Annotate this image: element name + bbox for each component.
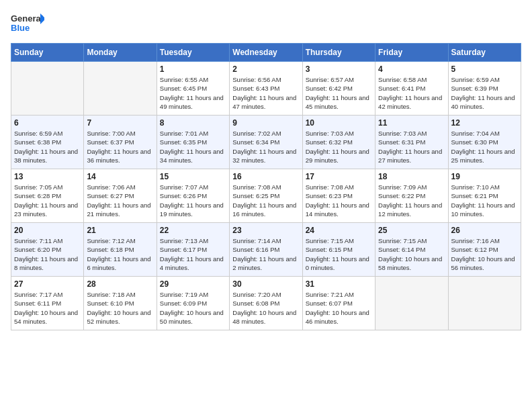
calendar-cell: 11Sunrise: 7:03 AM Sunset: 6:31 PM Dayli… xyxy=(375,116,448,169)
day-number: 28 xyxy=(87,279,153,289)
day-number: 1 xyxy=(160,64,226,74)
calendar-cell xyxy=(11,62,84,116)
day-number: 23 xyxy=(232,226,299,235)
day-number: 29 xyxy=(160,279,226,289)
day-info: Sunrise: 6:58 AM Sunset: 6:41 PM Dayligh… xyxy=(378,75,445,111)
day-info: Sunrise: 7:13 AM Sunset: 6:17 PM Dayligh… xyxy=(160,236,226,272)
calendar-cell: 22Sunrise: 7:13 AM Sunset: 6:17 PM Dayli… xyxy=(157,223,229,277)
svg-text:Blue: Blue xyxy=(11,23,30,33)
calendar-cell: 7Sunrise: 7:00 AM Sunset: 6:37 PM Daylig… xyxy=(84,116,157,169)
calendar-week-4: 20Sunrise: 7:11 AM Sunset: 6:20 PM Dayli… xyxy=(11,223,521,277)
day-info: Sunrise: 7:12 AM Sunset: 6:18 PM Dayligh… xyxy=(87,236,153,272)
day-number: 26 xyxy=(451,226,518,235)
day-info: Sunrise: 7:18 AM Sunset: 6:10 PM Dayligh… xyxy=(87,290,153,326)
day-info: Sunrise: 7:03 AM Sunset: 6:31 PM Dayligh… xyxy=(378,129,445,165)
day-info: Sunrise: 7:08 AM Sunset: 6:23 PM Dayligh… xyxy=(306,183,372,218)
day-info: Sunrise: 7:07 AM Sunset: 6:26 PM Dayligh… xyxy=(160,183,226,218)
logo-svg: General Blue xyxy=(11,11,44,38)
day-number: 13 xyxy=(14,172,81,181)
calendar-cell: 21Sunrise: 7:12 AM Sunset: 6:18 PM Dayli… xyxy=(84,223,157,277)
calendar-cell: 27Sunrise: 7:17 AM Sunset: 6:11 PM Dayli… xyxy=(11,277,84,330)
weekday-header-tuesday: Tuesday xyxy=(157,44,229,62)
calendar-cell: 12Sunrise: 7:04 AM Sunset: 6:30 PM Dayli… xyxy=(448,116,521,169)
svg-text:General: General xyxy=(11,13,43,24)
day-number: 31 xyxy=(306,279,372,289)
calendar-cell: 5Sunrise: 6:59 AM Sunset: 6:39 PM Daylig… xyxy=(448,62,521,116)
day-number: 10 xyxy=(306,118,372,128)
calendar-cell: 19Sunrise: 7:10 AM Sunset: 6:21 PM Dayli… xyxy=(448,169,521,223)
day-number: 8 xyxy=(160,118,226,128)
calendar-cell: 25Sunrise: 7:15 AM Sunset: 6:14 PM Dayli… xyxy=(375,223,448,277)
day-number: 4 xyxy=(378,64,445,74)
day-info: Sunrise: 7:03 AM Sunset: 6:32 PM Dayligh… xyxy=(306,129,372,165)
day-info: Sunrise: 7:09 AM Sunset: 6:22 PM Dayligh… xyxy=(378,183,445,218)
day-info: Sunrise: 7:15 AM Sunset: 6:14 PM Dayligh… xyxy=(378,236,445,272)
calendar-cell: 13Sunrise: 7:05 AM Sunset: 6:28 PM Dayli… xyxy=(11,169,84,223)
calendar-cell: 30Sunrise: 7:20 AM Sunset: 6:08 PM Dayli… xyxy=(230,277,302,330)
calendar-week-2: 6Sunrise: 6:59 AM Sunset: 6:38 PM Daylig… xyxy=(11,116,521,169)
day-info: Sunrise: 7:16 AM Sunset: 6:12 PM Dayligh… xyxy=(451,236,518,272)
day-info: Sunrise: 7:14 AM Sunset: 6:16 PM Dayligh… xyxy=(232,236,299,272)
day-info: Sunrise: 7:08 AM Sunset: 6:25 PM Dayligh… xyxy=(232,183,299,218)
calendar-cell: 18Sunrise: 7:09 AM Sunset: 6:22 PM Dayli… xyxy=(375,169,448,223)
day-number: 19 xyxy=(451,172,518,181)
day-number: 7 xyxy=(87,118,153,128)
calendar-cell: 20Sunrise: 7:11 AM Sunset: 6:20 PM Dayli… xyxy=(11,223,84,277)
day-info: Sunrise: 7:01 AM Sunset: 6:35 PM Dayligh… xyxy=(160,129,226,165)
weekday-header-friday: Friday xyxy=(375,44,448,62)
calendar-week-3: 13Sunrise: 7:05 AM Sunset: 6:28 PM Dayli… xyxy=(11,169,521,223)
calendar-cell: 15Sunrise: 7:07 AM Sunset: 6:26 PM Dayli… xyxy=(157,169,229,223)
weekday-header-sunday: Sunday xyxy=(11,44,84,62)
day-number: 24 xyxy=(306,226,372,235)
page-header: General Blue xyxy=(11,11,521,38)
day-info: Sunrise: 6:59 AM Sunset: 6:38 PM Dayligh… xyxy=(14,129,81,165)
day-number: 12 xyxy=(451,118,518,128)
weekday-header-monday: Monday xyxy=(84,44,157,62)
day-number: 5 xyxy=(451,64,518,74)
calendar-cell: 14Sunrise: 7:06 AM Sunset: 6:27 PM Dayli… xyxy=(84,169,157,223)
calendar-cell: 3Sunrise: 6:57 AM Sunset: 6:42 PM Daylig… xyxy=(302,62,375,116)
day-info: Sunrise: 7:11 AM Sunset: 6:20 PM Dayligh… xyxy=(14,236,81,272)
day-info: Sunrise: 7:20 AM Sunset: 6:08 PM Dayligh… xyxy=(232,290,299,326)
calendar-cell: 4Sunrise: 6:58 AM Sunset: 6:41 PM Daylig… xyxy=(375,62,448,116)
day-number: 2 xyxy=(232,64,299,74)
day-number: 22 xyxy=(160,226,226,235)
day-number: 6 xyxy=(14,118,81,128)
calendar-cell: 6Sunrise: 6:59 AM Sunset: 6:38 PM Daylig… xyxy=(11,116,84,169)
calendar-cell: 23Sunrise: 7:14 AM Sunset: 6:16 PM Dayli… xyxy=(230,223,302,277)
day-info: Sunrise: 7:21 AM Sunset: 6:07 PM Dayligh… xyxy=(306,290,372,326)
day-number: 11 xyxy=(378,118,445,128)
day-number: 17 xyxy=(306,172,372,181)
calendar-cell: 10Sunrise: 7:03 AM Sunset: 6:32 PM Dayli… xyxy=(302,116,375,169)
calendar-cell: 24Sunrise: 7:15 AM Sunset: 6:15 PM Dayli… xyxy=(302,223,375,277)
day-number: 3 xyxy=(306,64,372,74)
day-info: Sunrise: 6:59 AM Sunset: 6:39 PM Dayligh… xyxy=(451,75,518,111)
calendar-table: SundayMondayTuesdayWednesdayThursdayFrid… xyxy=(11,43,521,330)
calendar-week-1: 1Sunrise: 6:55 AM Sunset: 6:45 PM Daylig… xyxy=(11,62,521,116)
calendar-cell xyxy=(375,277,448,330)
calendar-cell: 2Sunrise: 6:56 AM Sunset: 6:43 PM Daylig… xyxy=(230,62,302,116)
day-info: Sunrise: 7:02 AM Sunset: 6:34 PM Dayligh… xyxy=(232,129,299,165)
day-info: Sunrise: 7:05 AM Sunset: 6:28 PM Dayligh… xyxy=(14,183,81,218)
weekday-header-row: SundayMondayTuesdayWednesdayThursdayFrid… xyxy=(11,44,521,62)
day-number: 15 xyxy=(160,172,226,181)
calendar-cell: 28Sunrise: 7:18 AM Sunset: 6:10 PM Dayli… xyxy=(84,277,157,330)
day-info: Sunrise: 7:00 AM Sunset: 6:37 PM Dayligh… xyxy=(87,129,153,165)
weekday-header-saturday: Saturday xyxy=(448,44,521,62)
calendar-cell: 16Sunrise: 7:08 AM Sunset: 6:25 PM Dayli… xyxy=(230,169,302,223)
day-number: 30 xyxy=(232,279,299,289)
calendar-cell xyxy=(84,62,157,116)
calendar-cell: 1Sunrise: 6:55 AM Sunset: 6:45 PM Daylig… xyxy=(157,62,229,116)
calendar-cell xyxy=(448,277,521,330)
day-info: Sunrise: 7:10 AM Sunset: 6:21 PM Dayligh… xyxy=(451,183,518,218)
weekday-header-thursday: Thursday xyxy=(302,44,375,62)
day-number: 21 xyxy=(87,226,153,235)
day-info: Sunrise: 6:57 AM Sunset: 6:42 PM Dayligh… xyxy=(306,75,372,111)
day-number: 18 xyxy=(378,172,445,181)
day-number: 9 xyxy=(232,118,299,128)
day-info: Sunrise: 7:19 AM Sunset: 6:09 PM Dayligh… xyxy=(160,290,226,326)
logo: General Blue xyxy=(11,11,44,38)
calendar-cell: 29Sunrise: 7:19 AM Sunset: 6:09 PM Dayli… xyxy=(157,277,229,330)
day-number: 14 xyxy=(87,172,153,181)
day-info: Sunrise: 7:06 AM Sunset: 6:27 PM Dayligh… xyxy=(87,183,153,218)
